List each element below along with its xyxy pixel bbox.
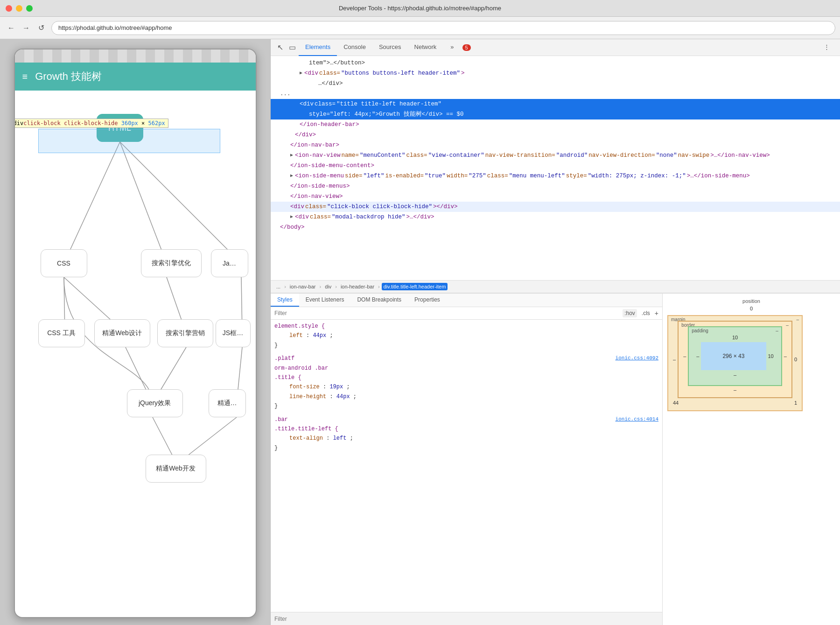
style-rule-platform: .platf ionic.css:4092 orm-android .bar .…	[274, 354, 658, 411]
box-model-panel: position 0 margin – – border – –	[663, 294, 840, 625]
tooltip-height: 562px	[148, 120, 165, 126]
devtools-panel: ↖ ▭ Elements Console Sources Network » 5…	[271, 39, 840, 625]
tab-event-listeners[interactable]: Event Listeners	[299, 294, 351, 307]
html-line: </ion-side-menu-content>	[271, 161, 840, 171]
html-line: ▶ <ion-side-menu side="left" is-enabled=…	[271, 171, 840, 181]
padding-right-val: 10	[768, 353, 774, 359]
margin-left-val: –	[673, 357, 676, 362]
border-left-val: –	[683, 353, 686, 359]
outer-left-val: 44	[673, 400, 679, 406]
hamburger-icon[interactable]: ≡	[22, 71, 28, 82]
html-line-selected-2: style="left: 44px;">Growth 技能树</div> == …	[271, 109, 840, 119]
border-bottom-val: –	[683, 387, 787, 393]
devtools-tabs: ↖ ▭ Elements Console Sources Network » 5…	[271, 39, 840, 56]
padding-left-val: –	[696, 353, 699, 359]
back-button[interactable]: ←	[5, 21, 18, 35]
tab-elements[interactable]: Elements	[299, 39, 337, 56]
add-style-button[interactable]: +	[655, 309, 658, 317]
style-rule-element: element.style { left : 44px ; }	[274, 322, 658, 350]
box-model-margin: margin – – border – – padding	[667, 315, 803, 411]
html-line: </ion-side-menus>	[271, 181, 840, 191]
tab-properties[interactable]: Properties	[408, 294, 447, 307]
maximize-button[interactable]	[26, 5, 33, 12]
cls-toggle[interactable]: .cls	[640, 309, 652, 317]
style-rule-bar: .bar ionic.css:4014 .title.title-left { …	[274, 415, 658, 453]
more-tabs-button[interactable]: »	[444, 39, 460, 56]
tree-node-label: 搜索引擎营销	[166, 329, 205, 337]
box-model-padding: padding – 10 – 296 × 43	[688, 326, 782, 386]
tree-node-webdev[interactable]: 精通Web开发	[146, 455, 206, 483]
device-tool-button[interactable]: ▭	[286, 39, 299, 56]
tablet-inner: divclick-block click-block-hide 360px × …	[15, 49, 256, 617]
tree-node-sem[interactable]: 搜索引擎营销	[157, 319, 213, 347]
box-model-position-val: 0	[667, 306, 835, 311]
tree-node-label: CSS	[57, 260, 70, 267]
tree-node-label: jQuery效果	[139, 399, 171, 407]
style-source-link[interactable]: ionic.css:4092	[616, 354, 658, 363]
tree-node-mastery[interactable]: 精通…	[209, 389, 246, 417]
devtools-menu-button[interactable]: ⋮	[817, 39, 836, 56]
hov-toggle[interactable]: :hov	[623, 309, 637, 317]
filter-bar: :hov .cls +	[271, 307, 662, 320]
breadcrumb-active[interactable]: div.title.title-left.header-item	[382, 283, 448, 290]
tree-node-label: 精通Web开发	[156, 464, 196, 473]
tree-node-seo[interactable]: 搜索引擎优化	[141, 249, 202, 277]
tab-console[interactable]: Console	[337, 39, 372, 56]
tooltip-tag: div	[15, 120, 24, 126]
element-tooltip: divclick-block click-block-hide 360px × …	[15, 119, 168, 128]
breadcrumb-div[interactable]: div	[323, 283, 333, 290]
box-model-border: border – – padding – 10	[678, 321, 792, 398]
breadcrumb-bar: ... › ion-nav-bar › div › ion-header-bar…	[271, 280, 840, 293]
html-line: </ion-nav-view>	[271, 191, 840, 202]
margin-right-val: 0	[794, 357, 797, 362]
devtools-bottom: Styles Event Listeners DOM Breakpoints P…	[271, 293, 840, 625]
outer-bottom-val: 1	[794, 400, 797, 406]
style-source-link2[interactable]: ionic.css:4014	[616, 415, 658, 424]
html-line-dots: ...	[271, 89, 840, 99]
app-title: Growth 技能树	[35, 70, 102, 84]
tab-network[interactable]: Network	[408, 39, 443, 56]
tab-sources[interactable]: Sources	[372, 39, 408, 56]
tree-node-css-tools[interactable]: CSS 工具	[38, 319, 85, 347]
padding-value: –	[776, 328, 778, 333]
tab-styles[interactable]: Styles	[271, 294, 299, 307]
tree-node-jsfw[interactable]: JS框…	[216, 319, 251, 347]
url-text: https://phodal.github.io/motree/#app/hom…	[58, 24, 172, 31]
html-line: ▶ <div class= "modal-backdrop hide" >…</…	[271, 212, 840, 222]
breadcrumb-ion-nav-bar[interactable]: ion-nav-bar	[288, 283, 318, 290]
html-source[interactable]: item">…</button> ▶ <div class= "buttons …	[271, 56, 840, 280]
tree-node-label: 精通Web设计	[102, 329, 142, 337]
tab-dom-breakpoints[interactable]: DOM Breakpoints	[350, 294, 408, 307]
styles-filter-input[interactable]	[274, 310, 620, 316]
tree-node-js[interactable]: Ja…	[211, 249, 248, 277]
html-line: …</div>	[271, 78, 840, 89]
forward-button[interactable]: →	[20, 21, 33, 35]
tree-node-webdesign[interactable]: 精通Web设计	[94, 319, 150, 347]
tree-node-html[interactable]: HTML	[97, 114, 143, 142]
address-bar[interactable]: https://phodal.github.io/motree/#app/hom…	[51, 21, 835, 35]
tree-node-label: 精通…	[217, 399, 237, 407]
filter-bottom-input[interactable]	[274, 616, 658, 622]
close-button[interactable]	[6, 5, 12, 12]
tree-node-jquery[interactable]: jQuery效果	[127, 389, 183, 417]
html-line-body-close: </body>	[271, 222, 840, 232]
tree-node-label: Ja…	[223, 260, 236, 267]
cursor-tool-button[interactable]: ↖	[274, 39, 286, 56]
margin-value: –	[796, 317, 799, 322]
breadcrumb-dots[interactable]: ...	[274, 283, 282, 290]
tree-node-label: JS框…	[223, 329, 243, 337]
styles-tabs: Styles Event Listeners DOM Breakpoints P…	[271, 294, 662, 307]
window-controls	[6, 5, 33, 12]
tree-node-css[interactable]: CSS	[41, 249, 87, 277]
minimize-button[interactable]	[16, 5, 22, 12]
border-right-val: –	[784, 353, 787, 359]
html-line: </div>	[271, 130, 840, 140]
title-bar: Developer Tools - https://phodal.github.…	[0, 0, 840, 17]
tooltip-classes: click-block click-block-hide	[23, 120, 118, 126]
reload-button[interactable]: ↺	[35, 21, 48, 35]
breadcrumb-ion-header-bar[interactable]: ion-header-bar	[339, 283, 376, 290]
error-badge: 5	[462, 44, 471, 51]
html-line: </ion-header-bar>	[271, 119, 840, 130]
box-model-position-label: position	[667, 298, 835, 304]
styles-content: element.style { left : 44px ; } .platf	[271, 320, 662, 612]
